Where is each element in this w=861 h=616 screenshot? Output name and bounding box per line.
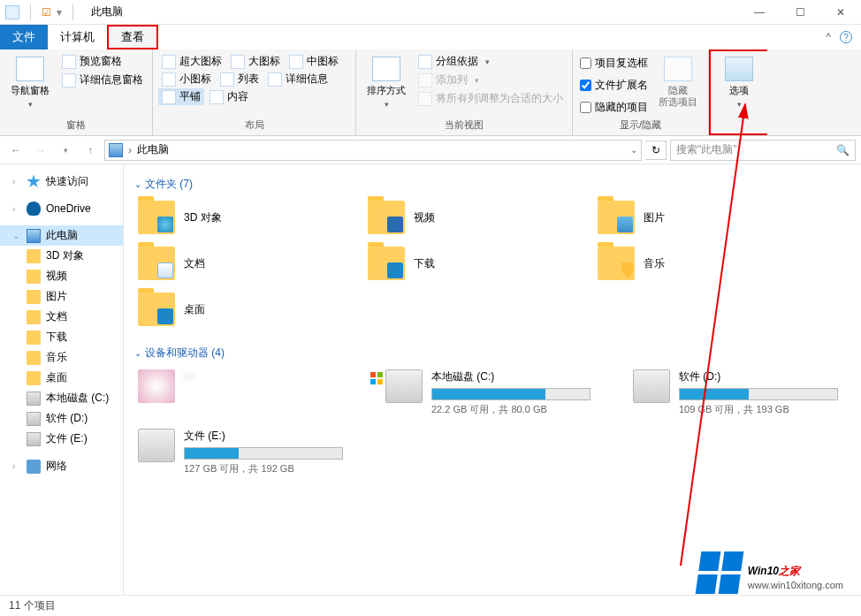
watermark-logo: [695, 551, 743, 594]
watermark: Win10之家 www.win10xitong.com: [698, 551, 843, 594]
annotation-arrow: [0, 0, 861, 616]
svg-line-4: [681, 104, 745, 566]
